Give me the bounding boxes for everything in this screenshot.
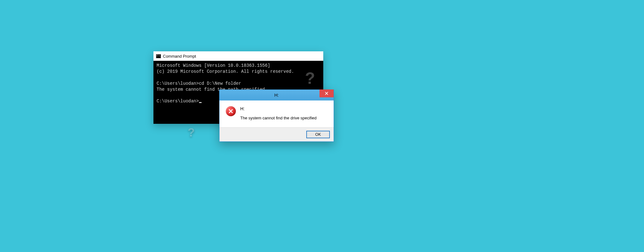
dialog-titlebar[interactable]: H: bbox=[219, 90, 334, 100]
ok-button[interactable]: OK bbox=[306, 131, 330, 138]
cmd-line: (c) 2019 Microsoft Corporation. All righ… bbox=[157, 69, 294, 74]
error-dialog: H: H: The system cannot find the drive s… bbox=[219, 89, 334, 142]
dialog-title: H: bbox=[275, 93, 279, 98]
cmd-line: C:\Users\luodan>cd D:\New folder bbox=[157, 81, 241, 86]
cmd-title: Command Prompt bbox=[163, 54, 196, 59]
close-icon bbox=[325, 92, 328, 95]
question-mark-icon: ? bbox=[188, 126, 195, 139]
dialog-message: The system cannot find the drive specifi… bbox=[240, 116, 317, 120]
dialog-footer: OK bbox=[219, 127, 334, 141]
cursor-icon bbox=[199, 102, 202, 103]
close-button[interactable] bbox=[319, 89, 334, 97]
dialog-heading: H: bbox=[240, 106, 317, 111]
dialog-text: H: The system cannot find the drive spec… bbox=[240, 106, 317, 120]
cmd-line: Microsoft Windows [Version 10.0.18363.15… bbox=[157, 63, 270, 68]
error-icon bbox=[226, 106, 236, 116]
question-mark-icon: ? bbox=[305, 69, 315, 88]
cmd-icon bbox=[156, 54, 161, 58]
cmd-titlebar[interactable]: Command Prompt bbox=[153, 51, 323, 61]
dialog-body: H: The system cannot find the drive spec… bbox=[219, 100, 334, 127]
cmd-prompt: C:\Users\luodan> bbox=[157, 99, 199, 104]
